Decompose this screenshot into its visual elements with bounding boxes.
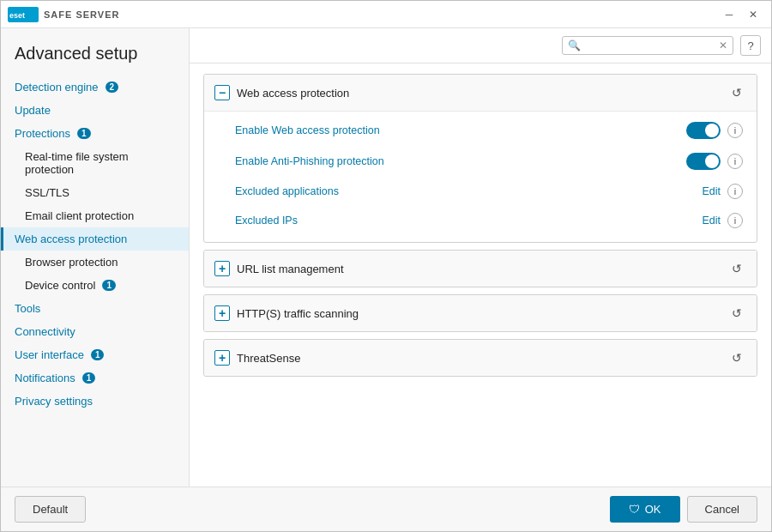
footer: Default 🛡 OK Cancel: [1, 487, 771, 531]
titlebar-logo: eset SAFE SERVER: [8, 7, 718, 22]
setting-label-enable-web: Enable Web access protection: [235, 124, 679, 136]
sidebar-badge: 1: [82, 372, 96, 384]
setting-label-excluded-apps: Excluded applications: [235, 185, 695, 197]
setting-value-enable-antiphishing: i: [686, 153, 743, 170]
sidebar-item-email-client[interactable]: Email client protection: [1, 204, 189, 227]
sidebar-item-update[interactable]: Update: [1, 99, 189, 122]
svg-text:eset: eset: [9, 11, 25, 20]
sidebar: Advanced setup Detection engine2UpdatePr…: [1, 28, 190, 487]
search-box: 🔍 ✕: [562, 36, 733, 55]
default-button[interactable]: Default: [15, 496, 86, 523]
accordion-title-http-traffic-scanning: HTTP(S) traffic scanning: [237, 307, 721, 320]
edit-link-excluded-apps[interactable]: Edit: [702, 185, 721, 197]
ok-shield-icon: 🛡: [629, 503, 640, 516]
accordion-header-web-access-protection[interactable]: −Web access protection↺: [204, 75, 757, 111]
setting-row-excluded-ips: Excluded IPsEditi: [204, 206, 757, 235]
accordion-toggle-url-list-management[interactable]: +: [214, 261, 230, 276]
sidebar-badge: 1: [77, 128, 91, 139]
sidebar-item-label: Browser protection: [25, 256, 118, 269]
setting-label-enable-antiphishing: Enable Anti-Phishing protection: [235, 155, 679, 167]
accordion-reset-url-list-management[interactable]: ↺: [727, 259, 746, 278]
sidebar-item-web-access[interactable]: Web access protection: [1, 227, 189, 251]
accordion-header-url-list-management[interactable]: +URL list management↺: [204, 251, 757, 287]
sidebar-item-notifications[interactable]: Notifications1: [1, 366, 189, 390]
info-icon-excluded-ips[interactable]: i: [727, 213, 743, 228]
accordion-container: −Web access protection↺Enable Web access…: [203, 74, 757, 377]
eset-logo-icon: eset: [8, 7, 39, 22]
accordion-title-url-list-management: URL list management: [237, 263, 721, 275]
info-icon-enable-web[interactable]: i: [727, 123, 743, 138]
sidebar-item-label: SSL/TLS: [25, 186, 69, 199]
setting-row-enable-web: Enable Web access protectioni: [204, 115, 757, 146]
sidebar-item-label: Update: [15, 104, 51, 117]
sidebar-item-label: Privacy settings: [15, 395, 93, 408]
accordion-web-access-protection: −Web access protection↺Enable Web access…: [203, 74, 757, 243]
titlebar: eset SAFE SERVER ─ ✕: [1, 1, 771, 28]
setting-row-excluded-apps: Excluded applicationsEditi: [204, 177, 757, 206]
sidebar-item-label: Tools: [15, 302, 40, 315]
sidebar-item-label: Device control: [25, 279, 95, 292]
sidebar-item-label: Protections: [15, 127, 70, 140]
content-body: −Web access protection↺Enable Web access…: [190, 63, 771, 487]
sidebar-badge: 1: [91, 349, 105, 360]
sidebar-item-detection-engine[interactable]: Detection engine2: [1, 76, 189, 99]
accordion-threatsense: +ThreatSense↺: [203, 339, 757, 377]
accordion-toggle-threatsense[interactable]: +: [214, 350, 230, 366]
sidebar-item-tools[interactable]: Tools: [1, 297, 189, 320]
sidebar-item-label: Real-time file system protection: [25, 150, 175, 176]
accordion-http-traffic-scanning: +HTTP(S) traffic scanning↺: [203, 294, 757, 332]
search-icon: 🔍: [568, 39, 581, 51]
accordion-toggle-http-traffic-scanning[interactable]: +: [214, 305, 230, 321]
sidebar-item-label: Email client protection: [25, 209, 134, 222]
minimize-button[interactable]: ─: [718, 6, 740, 23]
sidebar-item-protections[interactable]: Protections1: [1, 122, 189, 145]
main-window: eset SAFE SERVER ─ ✕ Advanced setup Dete…: [0, 0, 772, 532]
accordion-header-http-traffic-scanning[interactable]: +HTTP(S) traffic scanning↺: [204, 295, 757, 331]
accordion-body-web-access-protection: Enable Web access protectioniEnable Anti…: [204, 111, 757, 242]
page-title: Advanced setup: [1, 35, 189, 76]
setting-row-enable-antiphishing: Enable Anti-Phishing protectioni: [204, 146, 757, 177]
accordion-reset-http-traffic-scanning[interactable]: ↺: [727, 304, 746, 323]
sidebar-nav: Detection engine2UpdateProtections1Real-…: [1, 76, 189, 413]
close-button[interactable]: ✕: [742, 6, 764, 23]
sidebar-item-label: Notifications: [15, 372, 75, 384]
sidebar-item-label: Web access protection: [15, 233, 127, 245]
setting-value-enable-web: i: [686, 122, 743, 139]
search-input[interactable]: [584, 39, 715, 51]
help-button[interactable]: ?: [740, 35, 761, 56]
sidebar-item-browser-protection[interactable]: Browser protection: [1, 251, 189, 274]
sidebar-item-connectivity[interactable]: Connectivity: [1, 320, 189, 343]
sidebar-badge: 2: [106, 82, 119, 93]
content-panel: 🔍 ✕ ? −Web access protection↺Enable Web …: [190, 28, 771, 487]
sidebar-item-privacy-settings[interactable]: Privacy settings: [1, 390, 189, 413]
accordion-header-threatsense[interactable]: +ThreatSense↺: [204, 340, 757, 376]
sidebar-item-label: User interface: [15, 348, 84, 361]
sidebar-item-label: Detection engine: [15, 81, 99, 94]
accordion-title-web-access-protection: Web access protection: [237, 87, 721, 100]
content-header: 🔍 ✕ ?: [190, 28, 771, 63]
accordion-reset-threatsense[interactable]: ↺: [727, 348, 746, 367]
window-controls: ─ ✕: [718, 6, 764, 23]
ok-button[interactable]: 🛡 OK: [610, 496, 680, 523]
edit-link-excluded-ips[interactable]: Edit: [702, 215, 721, 227]
info-icon-excluded-apps[interactable]: i: [727, 184, 743, 199]
accordion-url-list-management: +URL list management↺: [203, 250, 757, 287]
sidebar-item-user-interface[interactable]: User interface1: [1, 343, 189, 366]
cancel-button[interactable]: Cancel: [687, 496, 757, 523]
info-icon-enable-antiphishing[interactable]: i: [727, 154, 743, 169]
accordion-reset-web-access-protection[interactable]: ↺: [727, 83, 746, 102]
setting-value-excluded-ips: Editi: [702, 213, 743, 228]
ok-label: OK: [645, 503, 661, 516]
app-name-label: SAFE SERVER: [44, 9, 119, 20]
sidebar-item-device-control[interactable]: Device control1: [1, 274, 189, 297]
sidebar-badge: 1: [102, 280, 116, 291]
sidebar-item-ssl-tls[interactable]: SSL/TLS: [1, 181, 189, 204]
toggle-enable-antiphishing[interactable]: [686, 153, 721, 170]
sidebar-item-real-time-file[interactable]: Real-time file system protection: [1, 145, 189, 181]
setting-value-excluded-apps: Editi: [702, 184, 743, 199]
toggle-enable-web[interactable]: [686, 122, 721, 139]
footer-actions: 🛡 OK Cancel: [610, 496, 757, 523]
accordion-toggle-web-access-protection[interactable]: −: [214, 85, 230, 100]
search-clear-icon[interactable]: ✕: [719, 39, 727, 51]
accordion-title-threatsense: ThreatSense: [237, 352, 721, 365]
